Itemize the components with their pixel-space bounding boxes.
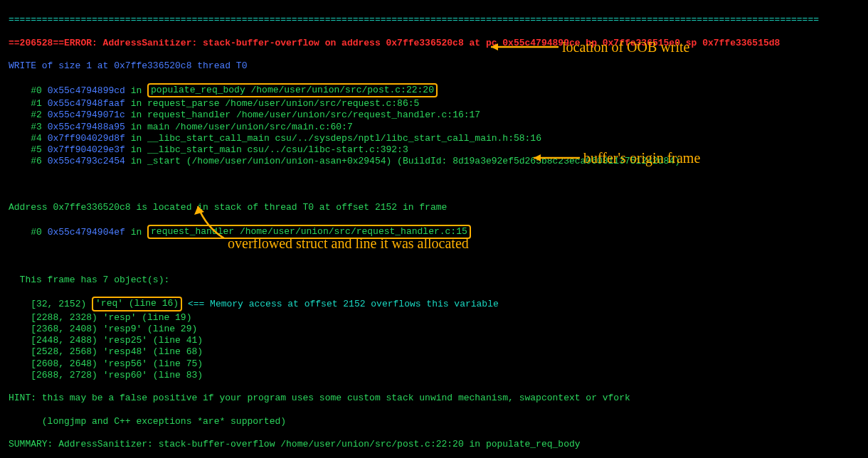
- frame-object: [2608, 2648) 'resp56' (line 75): [9, 358, 859, 370]
- summary: SUMMARY: AddressSanitizer: stack-buffer-…: [9, 439, 859, 450]
- stack-frame: #3 0x55c479488a95 in main /home/user/uni…: [9, 122, 859, 133]
- frame-object: [2528, 2568) 'resp48' (line 68): [9, 346, 859, 358]
- highlighted-var: 'req' (line 16): [92, 297, 182, 311]
- addr-located: Address 0x7ffe336520c8 is located in sta…: [9, 202, 859, 213]
- stack-frame: #1 0x55c47948faaf in request_parse /home…: [9, 98, 859, 110]
- write-header: WRITE of size 1 at 0x7ffe336520c8 thread…: [9, 60, 859, 72]
- frame-object: [2368, 2408) 'resp9' (line 29): [9, 324, 859, 335]
- terminal-output: ========================================…: [0, 0, 868, 458]
- frame-object: [2448, 2488) 'resp25' (line 41): [9, 335, 859, 346]
- separator: ========================================…: [9, 14, 859, 26]
- highlighted-location: populate_req_body /home/user/union/src/p…: [147, 83, 438, 97]
- stack-frame: #4 0x7ff904029d8f in __libc_start_call_m…: [9, 133, 859, 144]
- origin-frame: #0 0x55c4794904ef in request_handler /ho…: [9, 225, 859, 240]
- asan-error-line: ==206528==ERROR: AddressSanitizer: stack…: [9, 38, 859, 49]
- stack-frame: #0 0x55c4794899cd in populate_req_body /…: [9, 84, 859, 98]
- hint-2: (longjmp and C++ exceptions *are* suppor…: [9, 416, 859, 427]
- frame-object: [32, 2152) 'req' (line 16) <== Memory ac…: [9, 297, 859, 311]
- stack-frame: #5 0x7ff904029e3f in __libc_start_main c…: [9, 144, 859, 156]
- hint-1: HINT: this may be a false positive if yo…: [9, 393, 859, 404]
- stack-frame: #2 0x55c47949071c in request_handler /ho…: [9, 110, 859, 121]
- stack-frame: #6 0x55c4793c2454 in _start (/home/user/…: [9, 156, 859, 167]
- highlighted-origin: request_handler /home/user/union/src/req…: [147, 225, 471, 239]
- frame-objs-header: This frame has 7 object(s):: [9, 275, 859, 286]
- frame-object: [2688, 2728) 'resp60' (line 83): [9, 370, 859, 381]
- frame-object: [2288, 2328) 'resp' (line 19): [9, 312, 859, 324]
